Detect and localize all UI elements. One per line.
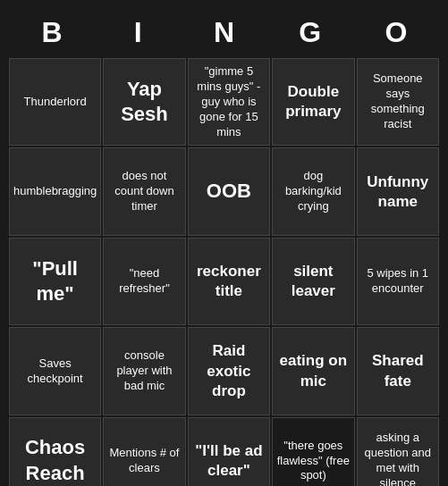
- header-letter: I: [95, 9, 181, 56]
- bingo-cell: "there goes flawless" (free spot): [272, 417, 354, 486]
- bingo-cell: Yap Sesh: [103, 58, 185, 146]
- cell-text: Double primary: [276, 82, 350, 122]
- bingo-cell: "need refresher": [103, 238, 185, 325]
- cell-text: "need refresher": [107, 266, 181, 297]
- bingo-cell: Shared fate: [357, 327, 439, 415]
- header-letter: G: [267, 9, 353, 56]
- bingo-header: BINGO: [9, 9, 439, 56]
- bingo-cell: console player with bad mic: [103, 327, 185, 415]
- cell-text: Yap Sesh: [107, 77, 181, 128]
- header-letter: B: [9, 9, 95, 56]
- bingo-cell: Someone says something racist: [357, 58, 439, 146]
- cell-text: humblebragging: [13, 184, 97, 199]
- cell-text: Thunderlord: [24, 95, 87, 110]
- bingo-cell: humblebragging: [9, 147, 101, 235]
- bingo-cell: Mentions # of clears: [103, 417, 185, 486]
- cell-text: 5 wipes in 1 encounter: [361, 266, 435, 297]
- bingo-cell: reckoner title: [188, 238, 270, 325]
- bingo-grid: ThunderlordYap Sesh"gimme 5 mins guys" -…: [9, 58, 439, 486]
- bingo-cell: Unfunny name: [357, 147, 439, 235]
- bingo-cell: "I'll be ad clear": [188, 417, 270, 486]
- cell-text: reckoner title: [192, 262, 266, 301]
- cell-text: "gimme 5 mins guys" - guy who is gone fo…: [192, 64, 266, 139]
- bingo-cell: asking a question and met with silence: [357, 417, 439, 486]
- bingo-cell: Double primary: [272, 58, 354, 146]
- bingo-cell: dog barking/kid crying: [272, 147, 354, 235]
- bingo-cell: Saves checkpoint: [9, 327, 101, 415]
- bingo-cell: Chaos Reach: [9, 417, 101, 486]
- cell-text: OOB: [207, 179, 251, 205]
- cell-text: dog barking/kid crying: [276, 169, 350, 214]
- cell-text: Chaos Reach: [13, 435, 97, 486]
- bingo-cell: OOB: [188, 147, 270, 235]
- cell-text: does not count down timer: [107, 169, 181, 214]
- cell-text: Saves checkpoint: [13, 356, 97, 387]
- cell-text: Unfunny name: [361, 172, 435, 212]
- bingo-card: BINGO ThunderlordYap Sesh"gimme 5 mins g…: [0, 0, 448, 486]
- bingo-cell: Raid exotic drop: [188, 327, 270, 415]
- bingo-cell: "Pull me": [9, 238, 101, 325]
- cell-text: Raid exotic drop: [192, 341, 266, 400]
- cell-text: "there goes flawless" (free spot): [276, 439, 350, 484]
- cell-text: "Pull me": [13, 256, 97, 307]
- cell-text: Shared fate: [361, 351, 435, 390]
- bingo-cell: Thunderlord: [9, 58, 101, 146]
- header-letter: N: [181, 9, 266, 56]
- cell-text: console player with bad mic: [107, 348, 181, 394]
- cell-text: asking a question and met with silence: [361, 431, 435, 486]
- cell-text: silent leaver: [276, 262, 350, 301]
- bingo-cell: silent leaver: [272, 238, 354, 325]
- bingo-cell: 5 wipes in 1 encounter: [357, 238, 439, 325]
- bingo-cell: does not count down timer: [103, 147, 185, 235]
- cell-text: "I'll be ad clear": [192, 441, 266, 481]
- header-letter: O: [353, 9, 439, 56]
- cell-text: Mentions # of clears: [107, 446, 181, 476]
- bingo-cell: "gimme 5 mins guys" - guy who is gone fo…: [188, 58, 270, 146]
- bingo-cell: eating on mic: [272, 327, 354, 415]
- cell-text: eating on mic: [276, 351, 350, 390]
- cell-text: Someone says something racist: [361, 71, 435, 132]
